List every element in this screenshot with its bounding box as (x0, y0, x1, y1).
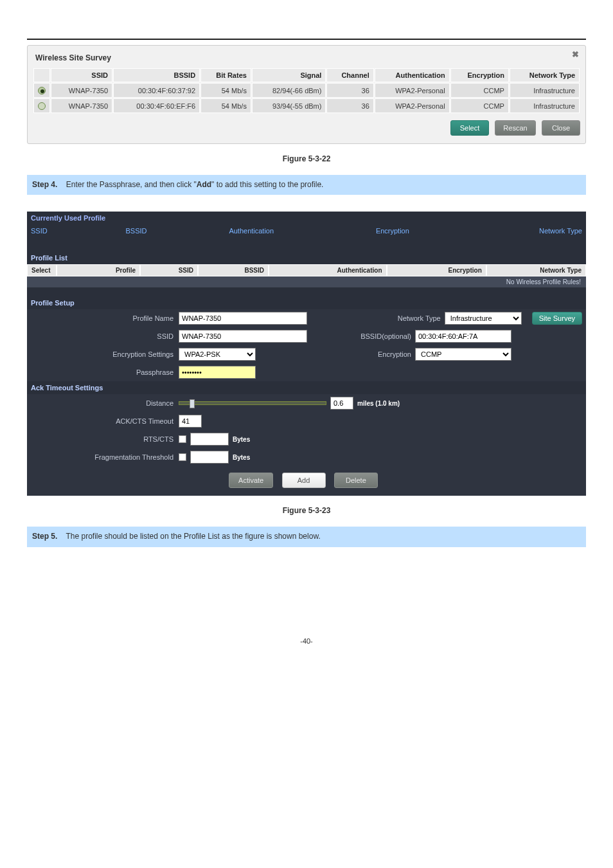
rescan-button[interactable]: Rescan (495, 120, 535, 136)
site-survey-title: Wireless Site Survey (33, 51, 580, 68)
site-survey-table: SSID BSSID Bit Rates Signal Channel Auth… (33, 68, 580, 114)
spacer (27, 287, 586, 296)
label-network-type: Network Type (387, 314, 445, 322)
distance-unit: miles (1.0 km) (353, 400, 400, 407)
label-profile-name: Profile Name (31, 314, 179, 322)
col-radio (33, 68, 50, 82)
label-encryption-settings: Encryption Settings (31, 350, 179, 358)
row-fragmentation: Fragmentation Threshold Bytes (27, 448, 586, 466)
ssid-input[interactable] (179, 330, 307, 343)
bssid-input[interactable] (415, 330, 511, 343)
close-button[interactable]: Close (542, 120, 580, 136)
bytes-label: Bytes (229, 436, 250, 443)
cell-auth: WPA2-Personal (375, 83, 450, 98)
label-passphrase: Passphrase (31, 368, 179, 376)
step-text: " to add this setting to the profile. (211, 180, 323, 189)
encryption-select[interactable]: CCMP (415, 348, 511, 361)
label-ssid: SSID (31, 332, 179, 340)
cell-bssid: 00:30:4F:60:EF:F6 (113, 98, 200, 113)
row-ackcts: ACK/CTS Timeout (27, 412, 586, 430)
label-distance: Distance (31, 399, 179, 407)
page-number: -40- (27, 637, 586, 664)
survey-button-bar: Select Rescan Close (33, 120, 580, 136)
label-bssid-optional: BSSID(optional) (350, 332, 415, 340)
step-bold: Add (197, 180, 211, 189)
table-row[interactable]: WNAP-7350 00:30:4F:60:37:92 54 Mb/s 82/9… (33, 83, 580, 98)
col-select: Select (27, 264, 57, 276)
row-profile-name: Profile Name Network Type Infrastructure… (27, 309, 586, 327)
label-rtscts: RTS/CTS (31, 435, 179, 443)
cell-bssid: 00:30:4F:60:37:92 (113, 83, 200, 98)
step-number: Step 5. (32, 532, 57, 541)
passphrase-input[interactable] (179, 366, 256, 379)
col-enc: Encryption (328, 224, 458, 237)
site-survey-panel: Wireless Site Survey ✖ SSID BSSID Bit Ra… (27, 45, 586, 144)
col-auth: Authentication (269, 264, 387, 276)
no-profile-rules: No Wireless Profile Rules! (27, 276, 586, 287)
cell-signal: 82/94(-66 dBm) (252, 83, 326, 98)
cell-channel: 36 (326, 83, 373, 98)
cell-bitrates: 54 Mb/s (200, 98, 251, 113)
bytes-label: Bytes (229, 454, 250, 461)
cell-signal: 93/94(-55 dBm) (252, 98, 326, 113)
label-encryption: Encryption (368, 350, 415, 358)
currently-used-profile-header: Currently Used Profile (27, 212, 586, 224)
distance-slider[interactable] (179, 401, 326, 405)
col-bitrates: Bit Rates (200, 68, 251, 82)
label-fragmentation: Fragmentation Threshold (31, 453, 179, 461)
close-icon[interactable]: ✖ (572, 50, 579, 59)
row-rtscts: RTS/CTS Bytes (27, 430, 586, 448)
col-bssid: BSSID (198, 264, 269, 276)
slider-thumb-icon[interactable] (190, 399, 195, 408)
col-encryption: Encryption (450, 68, 509, 82)
cell-ntype: Infrastructure (510, 83, 580, 98)
cell-ssid: WNAP-7350 (51, 98, 112, 113)
profile-setup-header: Profile Setup (27, 296, 586, 309)
radio-icon[interactable] (38, 102, 46, 110)
col-network-type: Network Type (510, 68, 580, 82)
col-enc: Encryption (387, 264, 486, 276)
network-type-select[interactable]: Infrastructure (445, 312, 522, 325)
radio-icon[interactable] (38, 87, 46, 95)
fragmentation-input[interactable] (190, 451, 229, 464)
profile-button-bar: Activate Add Delete (27, 466, 586, 496)
ackcts-input[interactable] (179, 415, 202, 428)
profile-list-header: Profile List (27, 251, 586, 264)
label-ackcts: ACK/CTS Timeout (31, 417, 179, 425)
cell-enc: CCMP (450, 98, 509, 113)
row-distance: Distance miles (1.0 km) (27, 394, 586, 412)
row-encryption-settings: Encryption Settings WPA2-PSK Encryption … (27, 345, 586, 363)
cell-channel: 36 (326, 98, 373, 113)
col-ntype: Network Type (486, 264, 586, 276)
add-button[interactable]: Add (282, 473, 326, 488)
cell-ntype: Infrastructure (510, 98, 580, 113)
col-bssid: BSSID (113, 68, 200, 82)
cell-ssid: WNAP-7350 (51, 83, 112, 98)
table-row[interactable]: WNAP-7350 00:30:4F:60:EF:F6 54 Mb/s 93/9… (33, 98, 580, 113)
step-text: Enter the Passphrase, and then click " (66, 180, 197, 189)
rtscts-checkbox[interactable] (179, 435, 186, 443)
fragmentation-checkbox[interactable] (179, 453, 186, 461)
col-profile: Profile (57, 264, 140, 276)
figure-caption: Figure 5-3-23 (27, 506, 586, 515)
cell-bitrates: 54 Mb/s (200, 83, 251, 98)
profile-name-input[interactable] (179, 312, 307, 325)
col-ssid: SSID (51, 68, 112, 82)
cell-enc: CCMP (450, 83, 509, 98)
select-button[interactable]: Select (450, 120, 489, 136)
encryption-settings-select[interactable]: WPA2-PSK (179, 348, 256, 361)
profile-panel: Currently Used Profile SSID BSSID Authen… (27, 212, 586, 496)
col-ssid: SSID (140, 264, 198, 276)
activate-button[interactable]: Activate (229, 473, 273, 488)
col-ssid: SSID (27, 224, 98, 237)
profile-list-columns: Select Profile SSID BSSID Authentication… (27, 264, 586, 276)
site-survey-button[interactable]: Site Survey (532, 312, 582, 325)
step-text: The profile should be listed on the Prof… (66, 532, 320, 541)
col-ntype: Network Type (457, 224, 586, 237)
row-passphrase: Passphrase (27, 363, 586, 381)
rtscts-input[interactable] (190, 433, 229, 446)
currently-used-header-row: SSID BSSID Authentication Encryption Net… (27, 224, 586, 237)
delete-button[interactable]: Delete (334, 473, 378, 488)
distance-value-input[interactable] (330, 397, 353, 410)
col-auth: Authentication (175, 224, 328, 237)
